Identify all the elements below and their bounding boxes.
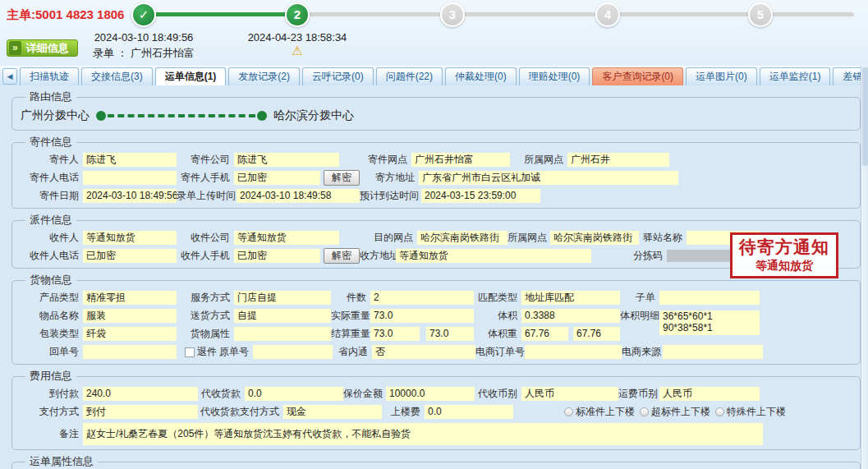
radio-special-floor[interactable] xyxy=(715,407,724,416)
cod-currency-label: 代收币别 xyxy=(475,387,521,401)
to-pay-label: 到付款 xyxy=(17,387,83,401)
service-mode-label: 服务方式 xyxy=(177,291,234,305)
receiver-owner-branch-field[interactable]: 哈尔滨南岗铁路街 xyxy=(550,231,639,245)
return-checkbox[interactable] xyxy=(185,347,195,357)
settle-weight-field-2[interactable]: 73.0 xyxy=(426,327,474,341)
waybill-header: 主单:5001 4823 1806 » 详细信息 ✓ 2 3 4 5 2024-… xyxy=(0,0,868,66)
station-name-label: 驿站名称 xyxy=(639,231,687,245)
tab-customer-query-record[interactable]: 客户查询记录(0) xyxy=(592,67,683,85)
master-label: 主单: xyxy=(7,7,35,21)
warning-icon: ⚠ xyxy=(227,44,367,58)
radio-oversize-floor[interactable] xyxy=(640,407,649,416)
double-chevron-icon: » xyxy=(9,41,21,55)
volume-weight-field[interactable]: 67.76 xyxy=(521,327,568,341)
ec-source-field[interactable] xyxy=(663,345,763,359)
volume-weight-label: 体积重 xyxy=(474,327,521,341)
eta-field[interactable]: 2024-03-15 23:59:00 xyxy=(421,189,540,203)
sender-phone-field[interactable] xyxy=(83,171,177,185)
radio-special-floor-label: 特殊件上下楼 xyxy=(727,405,786,419)
service-mode-field[interactable]: 门店自提 xyxy=(234,291,331,305)
receiver-company-field[interactable]: 等通知放货 xyxy=(234,231,339,245)
tab-handover-info[interactable]: 交接信息(3) xyxy=(81,67,153,85)
pieces-field[interactable]: 2 xyxy=(370,291,474,305)
tab-waybill-info[interactable]: 运单信息(1) xyxy=(155,67,227,85)
tab-cloud-call-record[interactable]: 云呼记录(0) xyxy=(302,67,374,85)
volume-weight-field-2[interactable]: 67.76 xyxy=(573,327,620,341)
step-line-1-2 xyxy=(154,12,287,16)
settle-weight-field[interactable]: 73.0 xyxy=(370,327,420,341)
match-type-label: 匹配类型 xyxy=(474,291,521,305)
receiver-mobile-field[interactable]: 已加密 xyxy=(234,249,320,263)
tab-waybill-monitor[interactable]: 运单监控(1) xyxy=(760,67,831,85)
volume-detail-line1: 36*65*60*1 xyxy=(663,310,713,322)
receiver-address-field[interactable]: 等通知放货 xyxy=(396,249,591,263)
step-line-4-5 xyxy=(618,12,749,16)
delivery-mode-field[interactable]: 自提 xyxy=(234,309,331,323)
return-receipt-field[interactable] xyxy=(83,345,177,359)
receiver-address-label: 收方地址 xyxy=(360,249,396,263)
vertical-scrollbar[interactable] xyxy=(861,66,868,469)
sender-address-field[interactable]: 广东省广州市白云区礼加诚 xyxy=(419,171,678,185)
radio-standard-floor[interactable] xyxy=(564,407,573,416)
sort-code-redacted-value xyxy=(667,250,733,262)
cod-pay-method-field[interactable]: 现金 xyxy=(283,405,382,419)
receiver-phone-label: 收件人电话 xyxy=(17,249,83,263)
actual-weight-label: 实际重量 xyxy=(331,309,370,323)
cod-field[interactable]: 0.0 xyxy=(245,387,343,401)
dest-branch-field[interactable]: 哈尔滨南岗铁路街 xyxy=(417,231,507,245)
match-type-field[interactable]: 地址库匹配 xyxy=(521,291,620,305)
sender-decrypt-button[interactable]: 解密 xyxy=(324,170,360,186)
tab-problem-pieces[interactable]: 问题件(22) xyxy=(376,67,443,85)
send-date-field[interactable]: 2024-03-10 18:49:56 xyxy=(83,189,177,203)
upload-time-field[interactable]: 2024-03-10 18:49:58 xyxy=(237,189,360,203)
tab-claims[interactable]: 理赔处理(0) xyxy=(519,67,590,85)
receiver-name-field[interactable]: 等通知放货 xyxy=(83,231,177,245)
send-date-label: 寄件日期 xyxy=(17,189,83,203)
volume-detail-label: 体积明细 xyxy=(620,309,659,323)
step-3-circle: 3 xyxy=(440,2,465,27)
scrollbar-thumb[interactable] xyxy=(862,67,868,166)
freight-currency-field[interactable]: 人民币 xyxy=(659,387,760,401)
ec-order-field[interactable] xyxy=(525,345,622,359)
sender-info-title: 寄件信息 xyxy=(25,135,76,149)
sender-name-field[interactable]: 陈进飞 xyxy=(83,153,177,167)
tab-arbitration[interactable]: 仲裁处理(0) xyxy=(445,67,517,85)
package-type-field[interactable]: 纤袋 xyxy=(83,327,177,341)
receiver-name-label: 收件人 xyxy=(17,231,83,245)
receiver-phone-field[interactable]: 已加密 xyxy=(83,249,177,263)
upstairs-fee-field[interactable]: 0.0 xyxy=(425,405,513,419)
tab-scroll-left-button[interactable]: ◀ xyxy=(2,68,17,85)
remark-field[interactable]: 赵女士/礼桑艺春夏（205件）等通知放货沈玉婷有代收货款，不能私自验货 xyxy=(83,423,763,445)
pay-method-label: 支付方式 xyxy=(17,405,83,419)
original-no-field[interactable] xyxy=(253,345,333,359)
sender-owner-branch-label: 所属网点 xyxy=(510,153,567,167)
goods-attr-field[interactable] xyxy=(234,327,331,341)
receiver-decrypt-button[interactable]: 解密 xyxy=(324,248,360,264)
sender-branch-field[interactable]: 广州石井怡富 xyxy=(411,153,510,167)
tab-scan-track[interactable]: 扫描轨迹 xyxy=(20,67,79,85)
to-pay-field[interactable]: 240.0 xyxy=(83,387,198,401)
receiver-info-section: 派件信息 收件人 等通知放货 收件公司 等通知放货 目的网点 哈尔滨南岗铁路街 … xyxy=(11,213,861,269)
delivery-mode-label: 送货方式 xyxy=(177,309,234,323)
sender-branch-label: 寄件网点 xyxy=(339,153,411,167)
tab-release-record[interactable]: 发放记录(2) xyxy=(228,67,300,85)
cod-currency-field[interactable]: 人民币 xyxy=(521,387,618,401)
return-receipt-label: 回单号 xyxy=(17,345,83,359)
pay-method-field[interactable]: 到付 xyxy=(83,405,198,419)
sender-owner-branch-field[interactable]: 广州石井 xyxy=(567,153,669,167)
product-type-field[interactable]: 精准零担 xyxy=(83,291,177,305)
volume-detail-field[interactable]: 36*65*60*190*38*58*1 xyxy=(659,310,760,335)
goods-attr-label: 货物属性 xyxy=(177,327,234,341)
subbill-field[interactable] xyxy=(659,291,760,305)
volume-field[interactable]: 0.3388 xyxy=(521,309,620,323)
route-start-dot xyxy=(96,111,106,121)
actual-weight-field[interactable]: 73.0 xyxy=(370,309,474,323)
sender-company-field[interactable]: 陈进飞 xyxy=(234,153,339,167)
tab-waybill-images[interactable]: 运单图片(0) xyxy=(686,67,757,85)
item-name-field[interactable]: 服装 xyxy=(83,309,177,323)
remark-label: 备注 xyxy=(17,427,83,441)
goods-info-section: 货物信息 产品类型 精准零担 服务方式 门店自提 件数 2 匹配类型 地址库匹配… xyxy=(11,273,861,365)
insured-amount-field[interactable]: 10000.0 xyxy=(386,387,475,401)
sender-mobile-field[interactable]: 已加密 xyxy=(234,171,320,185)
province-express-field[interactable]: 否 xyxy=(372,345,475,359)
